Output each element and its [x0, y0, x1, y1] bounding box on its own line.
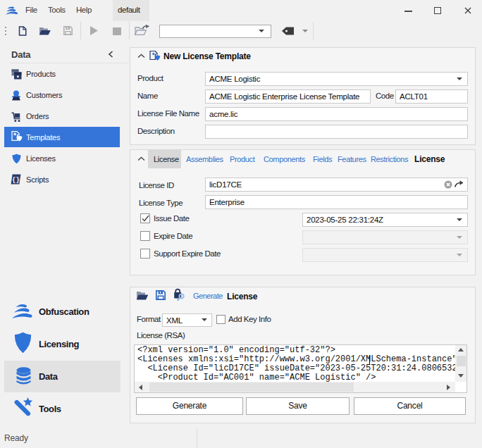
svg-text:{}: {} [12, 177, 20, 184]
